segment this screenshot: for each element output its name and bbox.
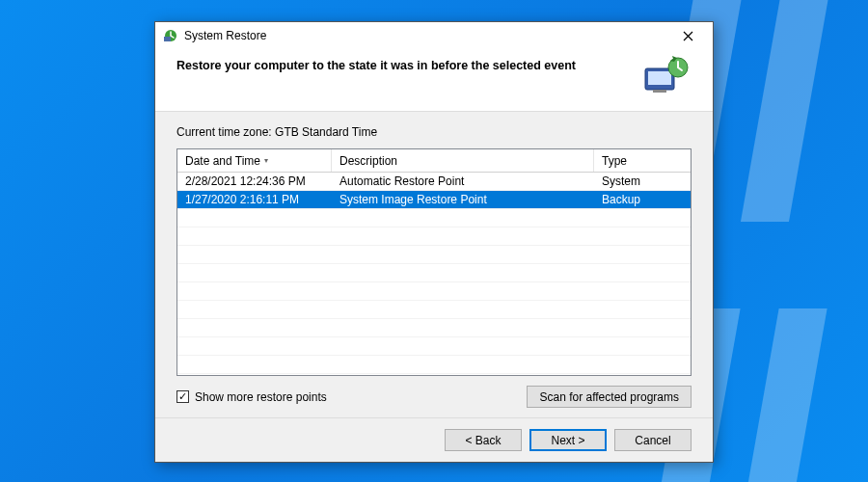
cancel-button[interactable]: Cancel: [614, 429, 692, 451]
column-header-label: Date and Time: [185, 154, 260, 168]
back-button[interactable]: < Back: [445, 429, 522, 451]
table-row-empty: [177, 319, 691, 337]
table-row[interactable]: 1/27/2020 2:16:11 PMSystem Image Restore…: [177, 191, 691, 209]
dialog-footer: < Back Next > Cancel: [155, 417, 713, 462]
scan-affected-programs-button[interactable]: Scan for affected programs: [527, 386, 692, 408]
table-row-empty: [177, 282, 691, 301]
dialog-content: Current time zone: GTB Standard Time Dat…: [155, 112, 713, 417]
sort-indicator-icon: ▾: [264, 156, 268, 165]
table-row-empty: [177, 301, 691, 319]
window-title: System Restore: [184, 29, 670, 42]
close-button[interactable]: [670, 24, 705, 47]
page-heading: Restore your computer to the state it wa…: [176, 55, 641, 72]
cell-description: Automatic Restore Point: [332, 173, 594, 190]
column-header-type[interactable]: Type: [594, 149, 691, 172]
system-restore-icon: [163, 28, 178, 43]
checkmark-icon: ✓: [178, 391, 187, 402]
cell-description: System Image Restore Point: [332, 191, 594, 208]
svg-rect-3: [648, 71, 671, 85]
restore-points-table: Date and Time ▾ Description Type 2/28/20…: [176, 148, 692, 376]
table-header: Date and Time ▾ Description Type: [177, 149, 691, 173]
restore-art-icon: [641, 55, 692, 97]
system-restore-dialog: System Restore Restore your computer to …: [154, 21, 714, 463]
cell-type: System: [594, 173, 691, 190]
svg-rect-1: [164, 37, 171, 41]
next-button[interactable]: Next >: [529, 429, 607, 451]
svg-rect-4: [653, 90, 666, 93]
column-header-description[interactable]: Description: [332, 149, 594, 172]
column-header-label: Type: [602, 154, 627, 168]
table-controls: ✓ Show more restore points Scan for affe…: [176, 386, 692, 408]
checkbox-label: Show more restore points: [195, 390, 327, 404]
cell-date: 1/27/2020 2:16:11 PM: [177, 191, 332, 208]
table-row-empty: [177, 264, 691, 282]
table-row-empty: [177, 246, 691, 264]
show-more-restore-points-checkbox[interactable]: ✓ Show more restore points: [176, 390, 327, 404]
timezone-label: Current time zone: GTB Standard Time: [176, 125, 692, 139]
column-header-label: Description: [339, 154, 397, 168]
column-header-date[interactable]: Date and Time ▾: [177, 149, 332, 172]
table-row-empty: [177, 209, 691, 228]
titlebar: System Restore: [155, 22, 713, 49]
cell-type: Backup: [594, 191, 691, 208]
cell-date: 2/28/2021 12:24:36 PM: [177, 173, 332, 190]
table-row-empty: [177, 337, 691, 356]
checkbox-box: ✓: [176, 390, 189, 403]
table-row-empty: [177, 228, 691, 246]
table-row-empty: [177, 356, 691, 374]
dialog-header: Restore your computer to the state it wa…: [155, 49, 713, 112]
table-body: 2/28/2021 12:24:36 PMAutomatic Restore P…: [177, 173, 691, 375]
table-row[interactable]: 2/28/2021 12:24:36 PMAutomatic Restore P…: [177, 173, 691, 191]
